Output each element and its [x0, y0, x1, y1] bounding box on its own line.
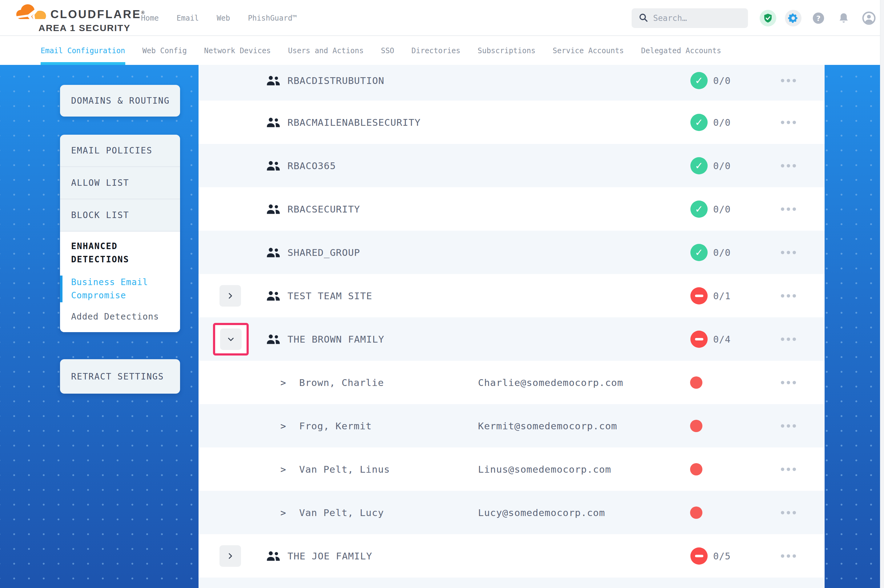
help-icon[interactable]: ? — [810, 10, 827, 27]
row-actions-button[interactable] — [778, 76, 799, 86]
row-actions-button[interactable] — [778, 161, 799, 170]
row-actions-button[interactable] — [778, 291, 799, 300]
expand-highlight-box — [213, 323, 249, 356]
svg-text:?: ? — [816, 14, 821, 23]
group-row: THE BROWN FAMILY0/4 — [198, 317, 825, 361]
row-actions-button[interactable] — [778, 117, 799, 127]
group-icon — [266, 75, 280, 86]
member-count: 0/0 — [713, 204, 731, 214]
row-actions-button[interactable] — [778, 551, 799, 561]
tab-sso[interactable]: SSO — [381, 37, 394, 65]
sidebar-item-business-email-compromise[interactable]: Business Email Compromise — [60, 276, 162, 302]
search-icon — [638, 13, 648, 24]
area1-security-app: CLOUDFLARE® AREA 1 SECURITY Home Email W… — [0, 0, 884, 588]
row-actions-button[interactable] — [778, 248, 799, 257]
group-row-partial — [198, 578, 825, 588]
chevron-right-icon[interactable]: > — [280, 507, 286, 518]
bell-icon[interactable] — [835, 10, 852, 27]
group-row: RBACO365✓0/0 — [198, 144, 825, 187]
expand-button[interactable] — [220, 328, 242, 350]
row-actions-button[interactable] — [778, 508, 799, 517]
chevron-right-icon[interactable]: > — [280, 464, 286, 474]
account-icon[interactable] — [861, 10, 877, 27]
brand-subtitle: AREA 1 SECURITY — [39, 23, 146, 33]
group-name: RBACDISTRUBUTION — [287, 75, 385, 86]
member-email: Charlie@somedemocorp.com — [478, 377, 623, 388]
member-row: >Frog, KermitKermit@somedemocorp.com — [198, 404, 825, 447]
tab-users-and-actions[interactable]: Users and Actions — [288, 37, 364, 65]
brand-name: CLOUDFLARE® — [51, 8, 146, 21]
nav-email[interactable]: Email — [177, 14, 199, 22]
gear-icon[interactable] — [785, 10, 801, 27]
group-row: THE JOE FAMILY0/5 — [198, 534, 825, 578]
tab-delegated-accounts[interactable]: Delegated Accounts — [641, 37, 721, 65]
member-count: 0/0 — [713, 75, 731, 86]
member-email: Linus@somedemocorp.com — [478, 464, 611, 475]
nav-home[interactable]: Home — [141, 14, 159, 22]
status-badge: ✓ — [690, 201, 708, 218]
search-box[interactable] — [631, 8, 748, 28]
group-icon — [266, 550, 280, 562]
group-name: RBACMAILENABLESECURITY — [287, 117, 421, 128]
tab-directories[interactable]: Directories — [412, 37, 460, 65]
nav-web[interactable]: Web — [217, 14, 230, 22]
status-badge — [690, 548, 708, 565]
row-actions-button[interactable] — [778, 204, 799, 214]
tab-network-devices[interactable]: Network Devices — [204, 37, 271, 65]
member-row: >Brown, CharlieCharlie@somedemocorp.com — [198, 361, 825, 404]
group-icon — [266, 160, 280, 172]
member-email: Lucy@somedemocorp.com — [478, 507, 605, 518]
row-actions-button[interactable] — [778, 334, 799, 344]
member-row: >Van Pelt, LinusLinus@somedemocorp.com — [198, 447, 825, 491]
member-count: 0/0 — [713, 160, 731, 171]
nav-phishguard[interactable]: PhishGuard™ — [248, 14, 297, 22]
row-actions-button[interactable] — [778, 378, 799, 387]
row-actions-button[interactable] — [778, 421, 799, 430]
chevron-right-icon[interactable]: > — [280, 377, 286, 388]
group-icon — [266, 203, 280, 215]
allow-list-label: ALLOW LIST — [71, 178, 129, 188]
group-name: THE JOE FAMILY — [287, 550, 372, 561]
tab-service-accounts[interactable]: Service Accounts — [553, 37, 624, 65]
header-icon-cluster: ? — [760, 0, 877, 36]
group-name: RBACO365 — [287, 160, 336, 171]
status-badge — [690, 287, 708, 304]
tab-email-configuration[interactable]: Email Configuration — [41, 37, 125, 65]
member-count: 0/5 — [713, 550, 731, 561]
chevron-right-icon[interactable]: > — [280, 420, 286, 431]
row-actions-button[interactable] — [778, 464, 799, 474]
member-status-dot — [690, 420, 702, 432]
status-badge: ✓ — [690, 114, 708, 131]
groups-table: RBACDISTRUBUTION✓0/0RBACMAILENABLESECURI… — [198, 65, 825, 588]
expand-button[interactable] — [219, 545, 241, 567]
sidebar-card-retract-settings[interactable]: RETRACT SETTINGS — [60, 359, 180, 394]
retract-settings-label: RETRACT SETTINGS — [71, 372, 164, 382]
group-icon — [266, 290, 280, 302]
sidebar-item-added-detections[interactable]: Added Detections — [71, 312, 169, 322]
sidebar-item-email-policies[interactable]: EMAIL POLICIES — [60, 135, 180, 167]
brand-text: CLOUDFLARE® AREA 1 SECURITY — [39, 8, 146, 33]
domains-routing-label: DOMAINS & ROUTING — [71, 96, 170, 106]
shield-check-icon[interactable] — [760, 10, 776, 27]
primary-nav: Home Email Web PhishGuard™ — [141, 0, 297, 36]
sidebar-item-block-list[interactable]: BLOCK LIST — [60, 199, 180, 232]
email-policies-label: EMAIL POLICIES — [71, 146, 152, 156]
group-icon — [266, 333, 280, 345]
enhanced-detections-section: ENHANCED DETECTIONS Business Email Compr… — [60, 232, 180, 332]
member-count: 0/0 — [713, 117, 731, 128]
block-list-label: BLOCK LIST — [71, 210, 129, 220]
status-badge: ✓ — [690, 72, 708, 89]
tab-web-config[interactable]: Web Config — [143, 37, 187, 65]
page-scrollbar[interactable] — [880, 0, 884, 588]
sidebar-card-domains-routing[interactable]: DOMAINS & ROUTING — [60, 85, 180, 117]
search-input[interactable] — [653, 14, 739, 23]
top-header: CLOUDFLARE® AREA 1 SECURITY Home Email W… — [0, 0, 884, 36]
member-name: Van Pelt, Linus — [299, 464, 390, 475]
status-badge: ✓ — [690, 157, 708, 174]
sidebar-item-allow-list[interactable]: ALLOW LIST — [60, 167, 180, 199]
member-count: 0/0 — [713, 247, 731, 258]
tab-subscriptions[interactable]: Subscriptions — [478, 37, 535, 65]
member-status-dot — [690, 507, 702, 519]
member-name: Van Pelt, Lucy — [299, 507, 384, 518]
expand-button[interactable] — [219, 285, 241, 307]
